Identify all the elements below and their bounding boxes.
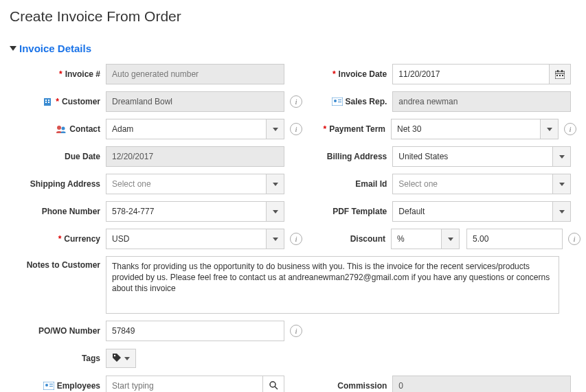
svg-line-26 bbox=[275, 387, 278, 389]
label-contact: Contact bbox=[10, 124, 106, 135]
info-icon[interactable]: i bbox=[290, 123, 302, 135]
svg-rect-5 bbox=[559, 75, 561, 76]
dropdown-toggle[interactable] bbox=[540, 119, 558, 139]
label-invoice-no: *Invoice # bbox=[10, 69, 106, 79]
svg-rect-6 bbox=[562, 75, 563, 76]
svg-rect-11 bbox=[48, 102, 49, 103]
svg-rect-7 bbox=[44, 98, 51, 106]
calendar-icon bbox=[555, 70, 565, 79]
caret-down-icon bbox=[273, 210, 278, 214]
section-toggle[interactable]: Invoice Details bbox=[10, 43, 576, 54]
invoice-form: *Invoice # Auto generated number *Invoic… bbox=[10, 64, 576, 392]
info-icon[interactable]: i bbox=[564, 123, 576, 135]
label-email-id: Email Id bbox=[317, 179, 392, 189]
dropdown-toggle[interactable] bbox=[266, 119, 284, 139]
svg-rect-23 bbox=[49, 384, 53, 384]
id-card-icon bbox=[332, 96, 343, 107]
label-billing-address: Billing Address bbox=[317, 152, 392, 161]
email-id-select[interactable]: Select one bbox=[392, 174, 571, 194]
people-icon bbox=[56, 124, 67, 135]
label-due-date: Due Date bbox=[10, 152, 106, 161]
label-currency: *Currency bbox=[10, 234, 106, 244]
discount-type-select[interactable]: % bbox=[391, 229, 460, 249]
contact-select[interactable]: Adam bbox=[106, 119, 284, 139]
label-payment-term: *Payment Term bbox=[315, 124, 391, 134]
svg-rect-10 bbox=[45, 102, 47, 103]
label-sales-rep: Sales Rep. bbox=[317, 96, 392, 107]
svg-point-20 bbox=[114, 354, 115, 356]
svg-rect-2 bbox=[557, 70, 559, 72]
caret-down-icon bbox=[124, 357, 130, 360]
svg-rect-8 bbox=[45, 100, 47, 101]
svg-rect-4 bbox=[556, 75, 558, 76]
employees-search-button[interactable] bbox=[262, 376, 284, 392]
svg-rect-9 bbox=[48, 100, 49, 101]
label-customer: *Customer bbox=[10, 96, 106, 107]
svg-point-25 bbox=[270, 382, 275, 387]
tag-icon bbox=[112, 353, 122, 365]
svg-rect-24 bbox=[49, 386, 53, 387]
label-tags: Tags bbox=[10, 354, 106, 363]
caret-down-icon bbox=[273, 128, 278, 131]
notes-textarea[interactable] bbox=[106, 256, 559, 314]
caret-down-icon bbox=[559, 183, 565, 186]
customer-input: Dreamland Bowl bbox=[106, 91, 284, 112]
page-title: Create Invoice From Order bbox=[10, 8, 576, 25]
label-pdf-template: PDF Template bbox=[317, 207, 392, 216]
dropdown-toggle[interactable] bbox=[552, 202, 570, 221]
po-wo-input[interactable] bbox=[106, 321, 284, 341]
label-commission: Commission bbox=[317, 381, 392, 391]
caret-down-icon bbox=[559, 210, 565, 214]
phone-number-select[interactable]: 578-24-777 bbox=[106, 201, 284, 222]
dropdown-toggle[interactable] bbox=[266, 229, 284, 249]
pdf-template-select[interactable]: Default bbox=[392, 201, 571, 222]
info-icon[interactable]: i bbox=[568, 233, 581, 245]
chevron-down-icon bbox=[10, 46, 16, 51]
id-card-icon bbox=[43, 380, 54, 391]
caret-down-icon bbox=[559, 155, 565, 159]
employees-input[interactable] bbox=[106, 376, 262, 392]
caret-down-icon bbox=[448, 238, 453, 241]
info-icon[interactable]: i bbox=[290, 325, 302, 337]
label-discount: Discount bbox=[315, 234, 391, 244]
invoice-number-input: Auto generated number bbox=[106, 64, 284, 84]
currency-select[interactable]: USD bbox=[106, 229, 284, 249]
section-title: Invoice Details bbox=[19, 43, 91, 54]
svg-rect-3 bbox=[561, 70, 563, 72]
svg-point-22 bbox=[45, 384, 48, 387]
dropdown-toggle[interactable] bbox=[552, 147, 570, 166]
due-date-input: 12/20/2017 bbox=[106, 146, 284, 167]
label-employees: Employees bbox=[10, 380, 106, 391]
caret-down-icon bbox=[273, 183, 278, 186]
billing-address-select[interactable]: United States bbox=[392, 146, 571, 167]
tags-button[interactable] bbox=[106, 349, 136, 368]
svg-rect-14 bbox=[338, 100, 341, 100]
svg-point-13 bbox=[334, 100, 337, 102]
building-icon bbox=[42, 96, 53, 107]
shipping-address-select[interactable]: Select one bbox=[106, 174, 284, 194]
label-invoice-date: *Invoice Date bbox=[317, 69, 392, 79]
dropdown-toggle[interactable] bbox=[266, 174, 284, 194]
dropdown-toggle[interactable] bbox=[266, 202, 284, 221]
svg-point-19 bbox=[61, 131, 66, 133]
svg-rect-15 bbox=[338, 102, 341, 102]
invoice-date-input[interactable] bbox=[392, 64, 549, 84]
caret-down-icon bbox=[273, 238, 278, 241]
payment-term-select[interactable]: Net 30 bbox=[391, 119, 559, 139]
info-icon[interactable]: i bbox=[290, 95, 302, 108]
info-icon[interactable]: i bbox=[290, 233, 302, 245]
label-shipping-address: Shipping Address bbox=[10, 179, 106, 189]
svg-point-17 bbox=[62, 127, 65, 130]
dropdown-toggle[interactable] bbox=[441, 229, 459, 249]
dropdown-toggle[interactable] bbox=[552, 174, 570, 194]
date-picker-button[interactable] bbox=[549, 64, 571, 84]
sales-rep-input: andrea newman bbox=[392, 91, 571, 112]
search-icon bbox=[269, 380, 278, 392]
commission-input bbox=[392, 376, 571, 392]
discount-value-input[interactable] bbox=[466, 229, 563, 249]
label-po-wo: PO/WO Number bbox=[10, 326, 106, 336]
caret-down-icon bbox=[547, 128, 552, 131]
label-notes: Notes to Customer bbox=[10, 256, 106, 270]
svg-point-16 bbox=[57, 126, 61, 130]
label-phone-number: Phone Number bbox=[10, 207, 106, 216]
